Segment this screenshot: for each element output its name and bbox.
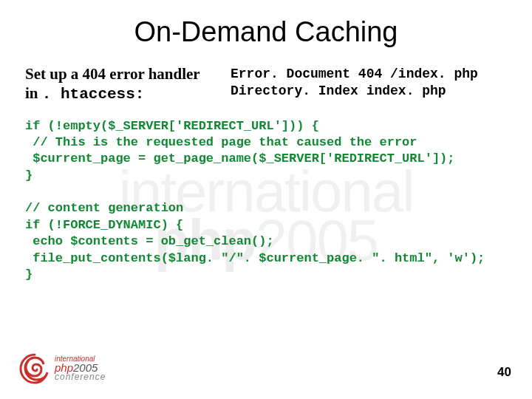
- intro-row: Set up a 404 error handler in . htaccess…: [25, 64, 507, 105]
- code-block-1: if (!empty($_SERVER['REDIRECT_URL'])) { …: [25, 118, 507, 185]
- htaccess-config: Error. Document 404 /index. php Director…: [231, 64, 478, 100]
- intro-mono: . htaccess:: [42, 86, 145, 103]
- slide: international php2005 On-Demand Caching …: [0, 0, 532, 399]
- logo-swirl-icon: [18, 352, 52, 386]
- slide-title: On-Demand Caching: [0, 0, 532, 48]
- footer-logo: international php2005 conference: [18, 352, 106, 386]
- page-number: 40: [497, 365, 511, 380]
- slide-content: Set up a 404 error handler in . htaccess…: [0, 48, 532, 283]
- code-block-2: // content generation if (!FORCE_DYNAMIC…: [25, 200, 507, 283]
- intro-text: Set up a 404 error handler in . htaccess…: [25, 64, 210, 105]
- logo-text: international php2005 conference: [55, 355, 106, 381]
- logo-line3: conference: [55, 373, 106, 381]
